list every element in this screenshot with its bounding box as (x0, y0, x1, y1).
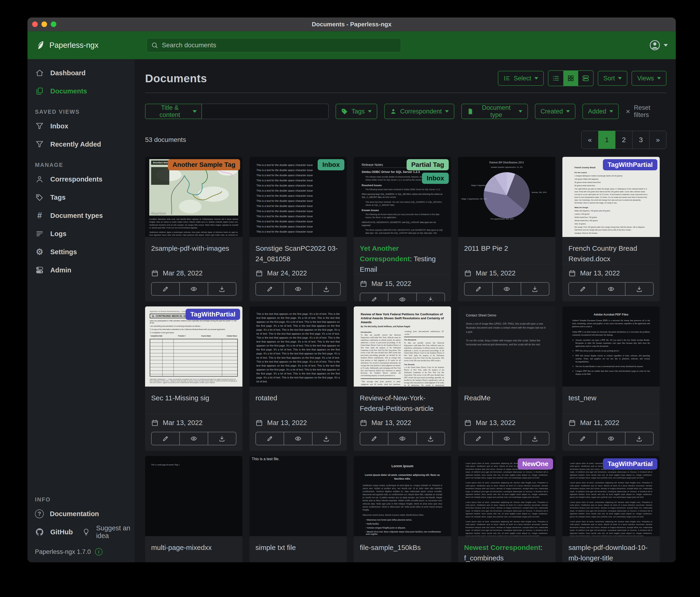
document-title[interactable]: ReadMe (458, 387, 555, 403)
filter-chip-correspondent[interactable]: Correspondent (384, 104, 454, 119)
reset-filters-button[interactable]: × Reset filters (626, 104, 667, 119)
filter-chip-document-type[interactable]: Document type (461, 104, 528, 119)
filter-chip-tags[interactable]: Tags (335, 104, 377, 119)
tag-badge[interactable]: Another Sample Tag (168, 159, 240, 170)
sidebar-item-suggest-idea[interactable]: Suggest an idea (73, 523, 134, 541)
tag-badge[interactable]: TagWithPartial (185, 309, 240, 320)
document-title[interactable]: Sonstige ScanPC2022 03-24_081058 (249, 237, 347, 264)
document-thumbnail[interactable]: This is a multi page document. Page 1. (145, 456, 243, 536)
document-title[interactable]: sample-pdf-download-10-mb-longer-title (562, 536, 660, 562)
edit-button[interactable] (569, 282, 597, 296)
sidebar-item-github[interactable]: GitHub (27, 523, 73, 541)
document-thumbnail[interactable]: Lorem ipsumLorem ipsum dolor sit amet, c… (354, 456, 451, 536)
edit-button[interactable] (464, 282, 493, 296)
document-thumbnail[interactable]: This is a test for the double space char… (249, 157, 347, 237)
title-content-input[interactable] (202, 104, 329, 119)
edit-button[interactable] (360, 432, 389, 445)
edit-button[interactable] (151, 432, 180, 445)
document-title[interactable]: test_new (562, 387, 660, 403)
download-button[interactable] (625, 282, 654, 296)
sidebar-item-documents[interactable]: Documents (27, 82, 134, 100)
download-button[interactable] (208, 432, 236, 445)
document-title[interactable]: Sec 11-Missing sig (145, 387, 243, 403)
download-button[interactable] (208, 282, 236, 296)
view-button[interactable] (284, 432, 312, 445)
detail-view-button[interactable] (578, 71, 593, 86)
tag-badge[interactable]: Inbox (422, 173, 449, 184)
edit-button[interactable] (151, 282, 180, 296)
sidebar-item-correspondents[interactable]: Correspondents (27, 170, 134, 188)
view-button[interactable] (597, 282, 625, 296)
sidebar-item-document-types[interactable]: #Document types (27, 207, 134, 224)
close-button[interactable] (32, 21, 38, 27)
edit-button[interactable] (569, 432, 597, 445)
tag-badge[interactable]: NewOne (518, 458, 553, 470)
document-thumbnail[interactable]: Lorem ipsum dolor sit amet, consectetur … (562, 456, 660, 536)
document-title[interactable]: file-sample_150kBs (354, 536, 451, 553)
edit-button[interactable] (464, 432, 493, 445)
view-button[interactable] (388, 432, 417, 445)
download-button[interactable] (312, 282, 341, 296)
download-button[interactable] (416, 432, 445, 445)
sidebar-item-recently-added[interactable]: Recently Added (27, 135, 134, 153)
list-view-button[interactable] (548, 71, 563, 86)
maximize-button[interactable] (51, 21, 56, 27)
view-button[interactable] (388, 293, 417, 301)
view-button[interactable] (179, 432, 208, 445)
document-title[interactable]: 2011 BP Pie 2 (458, 237, 555, 254)
pagination-page-1[interactable]: 1 (598, 131, 616, 149)
document-title[interactable]: Newest Correspondent: f_combineds (458, 536, 555, 562)
pagination-prev-button[interactable]: « (581, 131, 598, 149)
document-title[interactable]: 2sample-pdf-with-images (145, 237, 243, 254)
download-button[interactable] (521, 282, 549, 296)
minimize-button[interactable] (42, 21, 47, 27)
document-title[interactable]: simple txt file (249, 536, 347, 553)
document-thumbnail[interactable]: Patient BP Distribution 2011Isolated Sys… (458, 157, 555, 237)
document-title[interactable]: French Country Bread Revised.docx (562, 237, 660, 264)
document-thumbnail[interactable]: Application for Medical Staff Membership… (145, 306, 243, 387)
document-title[interactable]: Review-of-New-York-Federal-Petitions-art… (354, 387, 451, 414)
document-title[interactable]: rotated (249, 387, 347, 403)
info-icon[interactable]: i (95, 548, 102, 555)
select-button[interactable]: Select (498, 71, 544, 86)
document-thumbnail[interactable]: Boundary Waters TripGoogle EarthCurabitu… (145, 157, 243, 237)
document-thumbnail[interactable]: Review of New York Federal Petitions for… (354, 306, 451, 387)
view-button[interactable] (179, 282, 208, 296)
view-button[interactable] (284, 282, 312, 296)
pagination-page-3[interactable]: 3 (632, 131, 649, 149)
sidebar-item-inbox[interactable]: Inbox (27, 117, 134, 135)
pagination-next-button[interactable]: » (649, 131, 667, 149)
document-thumbnail[interactable]: French Country BreadFor the Leaven1 heap… (562, 157, 660, 237)
search-input[interactable] (161, 41, 397, 49)
document-thumbnail[interactable]: Release NotesSimba ODBC Driver for SQL S… (354, 157, 451, 237)
view-button[interactable] (492, 432, 521, 445)
edit-button[interactable] (255, 432, 284, 445)
title-content-dropdown[interactable]: Title & content (145, 104, 202, 119)
views-button[interactable]: Views (631, 71, 667, 86)
sidebar-item-settings[interactable]: ⚙Settings (27, 243, 134, 261)
tag-badge[interactable]: Inbox (318, 159, 344, 170)
tag-badge[interactable]: TagWithPartial (603, 458, 657, 470)
edit-button[interactable] (360, 293, 389, 301)
document-title[interactable]: multi-page-mixedxx (145, 536, 243, 553)
sidebar-item-tags[interactable]: Tags (27, 188, 134, 207)
document-thumbnail[interactable]: Lorem ipsum dolor sit amet, consectetur … (458, 456, 555, 536)
sidebar-item-documentation[interactable]: ?Documentation (27, 505, 134, 523)
download-button[interactable] (625, 432, 654, 445)
user-menu[interactable] (649, 31, 668, 59)
sidebar-item-logs[interactable]: Logs (27, 224, 134, 243)
tag-badge[interactable]: TagWithPartial (603, 159, 657, 170)
grid-view-button[interactable] (563, 71, 578, 86)
document-thumbnail[interactable]: This is the text that appears on the fir… (249, 306, 347, 387)
document-thumbnail[interactable]: Adobe Acrobat PDF FilesAdobe® Portable D… (562, 306, 660, 387)
filter-chip-added[interactable]: Added (582, 104, 619, 119)
sidebar-item-dashboard[interactable]: Dashboard (27, 64, 134, 82)
download-button[interactable] (416, 293, 445, 301)
tag-badge[interactable]: Partial Tag (406, 159, 449, 170)
document-thumbnail[interactable]: Contact Sheet DemoGiven a set of image f… (458, 306, 555, 387)
document-title[interactable]: Yet Another Correspondent: Testing Email (354, 237, 451, 274)
sort-button[interactable]: Sort (598, 71, 628, 86)
download-button[interactable] (521, 432, 549, 445)
edit-button[interactable] (255, 282, 284, 296)
view-button[interactable] (597, 432, 625, 445)
